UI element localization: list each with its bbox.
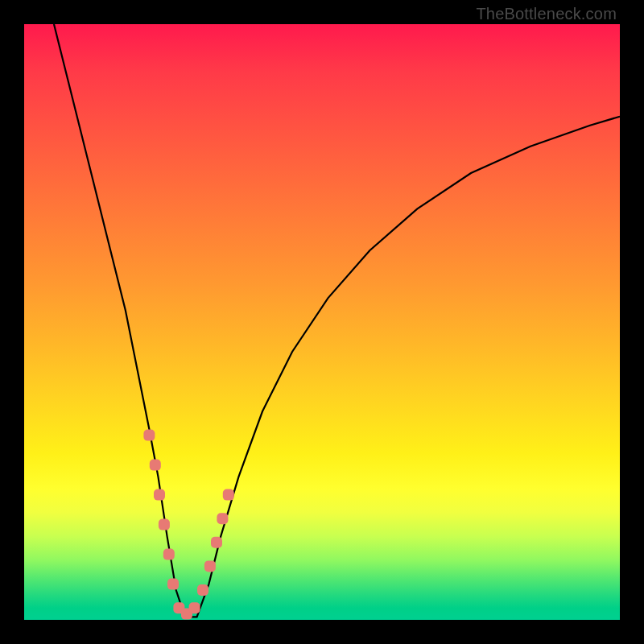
highlight-marker	[217, 513, 228, 524]
highlight-marker	[204, 560, 216, 572]
bottleneck-curve	[54, 24, 620, 617]
marker-group	[143, 430, 233, 620]
highlight-marker	[150, 460, 161, 471]
highlight-marker	[211, 537, 222, 548]
chart-svg	[0, 0, 644, 644]
highlight-marker	[167, 579, 179, 590]
highlight-marker	[159, 519, 170, 530]
watermark-text: TheBottleneck.com	[476, 5, 617, 23]
highlight-marker	[163, 549, 175, 560]
highlight-marker	[154, 489, 165, 501]
highlight-marker	[189, 602, 200, 613]
highlight-marker	[197, 584, 208, 596]
highlight-marker	[143, 430, 155, 441]
chart-frame: TheBottleneck.com	[0, 0, 644, 644]
highlight-marker	[223, 489, 234, 501]
